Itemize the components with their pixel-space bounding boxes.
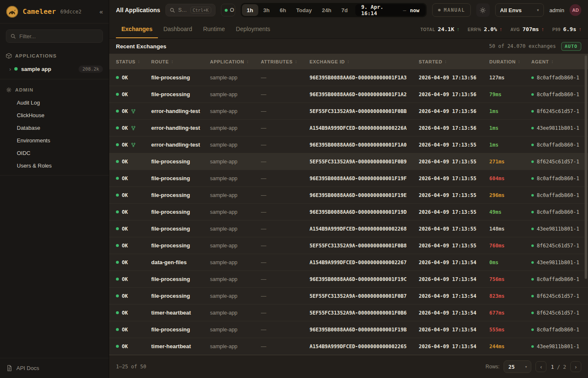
column-header-application[interactable]: APPLICATION: (210, 59, 261, 64)
sidebar-filter[interactable] (6, 29, 103, 43)
status-cell: OK (116, 159, 151, 165)
table-row[interactable]: OKtimer-heartbeatsample-app—5EF55FC31352… (109, 304, 588, 321)
agent-cell: 8c0affadb860-1 (531, 276, 588, 282)
agent-status-dot (531, 194, 534, 197)
route-cell: file-processing (151, 209, 210, 215)
route-cell: timer-heartbeat (151, 343, 210, 349)
route-cell: file-processing (151, 326, 210, 333)
table-row[interactable]: OKtimer-heartbeatsample-app—A154B9A999DF… (109, 338, 588, 355)
table-row[interactable]: OKerror-handling-testsample-app—A154B9A9… (109, 120, 588, 136)
status-cell: OK (116, 125, 151, 131)
sort-icon: : (295, 59, 297, 64)
column-header-duration[interactable]: DURATION: (489, 59, 531, 64)
sidebar-item-database[interactable]: Database (0, 121, 109, 134)
range-button-3h[interactable]: 3h (258, 4, 275, 16)
time-range-group: 1h3h6hToday24h7d (242, 4, 353, 16)
theme-toggle-button[interactable] (476, 3, 489, 17)
environments-dropdown[interactable]: All Envs ▾ (495, 3, 544, 17)
status-cell: OK (116, 176, 151, 181)
range-button-6h[interactable]: 6h (275, 4, 291, 16)
table-row[interactable]: OKfile-processingsample-app—96E395B0088A… (109, 187, 588, 204)
tab-dashboard[interactable]: Dashboard (158, 20, 198, 38)
table-row[interactable]: OKfile-processingsample-app—96E395B0088A… (109, 86, 588, 103)
agent-status-dot (531, 345, 534, 348)
gear-icon (6, 87, 12, 93)
table-row[interactable]: OKdata-gen-filessample-app—A154B9A999DFC… (109, 254, 588, 271)
prev-page-button[interactable]: ‹ (536, 361, 546, 372)
range-button-7d[interactable]: 7d (336, 4, 353, 16)
started-cell: 2026-04-09 17:13:56 (419, 125, 489, 131)
tab-deployments[interactable]: Deployments (231, 20, 276, 38)
date-range-display[interactable]: 9. Apr. 16:14 – now (355, 4, 425, 16)
table-row[interactable]: OKfile-processingsample-app—5EF55FC31352… (109, 288, 588, 304)
exchanges-summary: 50 of 24.070 exchanges (489, 43, 556, 49)
table-row[interactable]: OKerror-handling-testsample-app—96E395B0… (109, 136, 588, 153)
sidebar-item-api-docs[interactable]: API Docs (0, 358, 109, 378)
column-header-agent[interactable]: AGENT: (531, 59, 588, 64)
column-header-status[interactable]: STATUS: (116, 59, 151, 64)
sidebar-item-sample-app[interactable]: › sample app 208.2k (0, 62, 109, 76)
range-button-1h[interactable]: 1h (242, 4, 258, 16)
duration-cell: 823ms (489, 293, 531, 299)
auto-refresh-badge[interactable]: AUTO (561, 42, 582, 51)
route-cell: file-processing (151, 91, 210, 97)
sidebar-item-users-roles[interactable]: Users & Roles (0, 159, 109, 172)
exchange-id-cell: 5EF55FC31352A9A-000000000001F0B6 (310, 310, 419, 316)
scrollbar-thumb[interactable] (585, 55, 587, 279)
route-cell: file-processing (151, 276, 210, 282)
route-cell: error-handling-test (151, 125, 210, 131)
sidebar-item-clickhouse[interactable]: ClickHouse (0, 109, 109, 121)
fork-icon (131, 109, 136, 114)
status-dot (116, 210, 119, 213)
agent-cell: 8f6245c61d57-1 (531, 293, 588, 299)
exchange-id-cell: 96E395B0088AA6D-000000000001F1A0 (310, 142, 419, 148)
sidebar-collapse-icon[interactable]: « (100, 8, 103, 15)
column-header-route[interactable]: ROUTE: (151, 59, 210, 64)
next-page-button[interactable]: › (570, 361, 581, 372)
tab-runtime[interactable]: Runtime (197, 20, 230, 38)
table-row[interactable]: OKfile-processingsample-app—96E395B0088A… (109, 321, 588, 338)
exchange-id-cell: 96E395B0088AA6D-000000000001F19C (310, 276, 419, 282)
rows-per-page-value: 25 (508, 364, 514, 370)
column-header-attributes[interactable]: ATTRIBUTES: (261, 59, 310, 64)
table-row[interactable]: OKfile-processingsample-app—A154B9A999DF… (109, 220, 588, 237)
column-header-started[interactable]: STARTED: (419, 59, 489, 64)
table-row[interactable]: OKfile-processingsample-app—5EF55FC31352… (109, 153, 588, 170)
table-row[interactable]: OKerror-handling-testsample-app—5EF55FC3… (109, 103, 588, 120)
page-indicator: 1 / 2 (551, 364, 566, 370)
user-name: admin (549, 7, 564, 13)
filter-input[interactable] (19, 33, 98, 39)
table-row[interactable]: OKfile-processingsample-app—96E395B0088A… (109, 170, 588, 187)
table-row[interactable]: OKfile-processingsample-app—96E395B0088A… (109, 69, 588, 86)
scope-title: All Applications (116, 7, 160, 13)
time-range-picker: 1h3h6hToday24h7d 9. Apr. 16:14 – now (241, 3, 427, 17)
range-button-24h[interactable]: 24h (317, 4, 336, 16)
rows-per-page-select[interactable]: 25 ▾ (504, 360, 531, 373)
topbar: All Applications S… Ctrl+K O 1h3h6hToday… (109, 0, 588, 20)
application-cell: sample-app (210, 176, 261, 181)
stat-total: TOTAL24.1K↑ (420, 26, 459, 32)
attributes-cell: — (261, 242, 310, 249)
started-cell: 2026-04-09 17:13:55 (419, 226, 489, 232)
table-row[interactable]: OKfile-processingsample-app—96E395B0088A… (109, 271, 588, 288)
table-row[interactable]: OKfile-processingsample-app—5EF55FC31352… (109, 237, 588, 254)
tab-exchanges[interactable]: Exchanges (116, 20, 158, 38)
global-search[interactable]: S… Ctrl+K (165, 4, 215, 16)
manual-refresh-button[interactable]: MANUAL (432, 3, 471, 17)
sort-icon: : (551, 59, 554, 64)
sidebar-item-environments[interactable]: Environments (0, 134, 109, 147)
started-cell: 2026-04-09 17:13:55 (419, 209, 489, 215)
started-cell: 2026-04-09 17:13:54 (419, 327, 489, 333)
chevron-right-icon[interactable]: › (9, 66, 11, 72)
column-header-exchange-id[interactable]: EXCHANGE ID: (310, 59, 419, 64)
sun-icon (480, 7, 486, 13)
attributes-cell: — (261, 192, 310, 198)
table-row[interactable]: OKfile-processingsample-app—96E395B0088A… (109, 204, 588, 220)
online-indicator[interactable]: O (221, 4, 235, 16)
sidebar-item-oidc[interactable]: OIDC (0, 147, 109, 159)
status-dot (116, 244, 119, 247)
range-button-today[interactable]: Today (291, 4, 317, 16)
avatar[interactable]: AD (570, 4, 581, 16)
sidebar-item-audit-log[interactable]: Audit Log (0, 96, 109, 109)
application-cell: sample-app (210, 260, 261, 265)
